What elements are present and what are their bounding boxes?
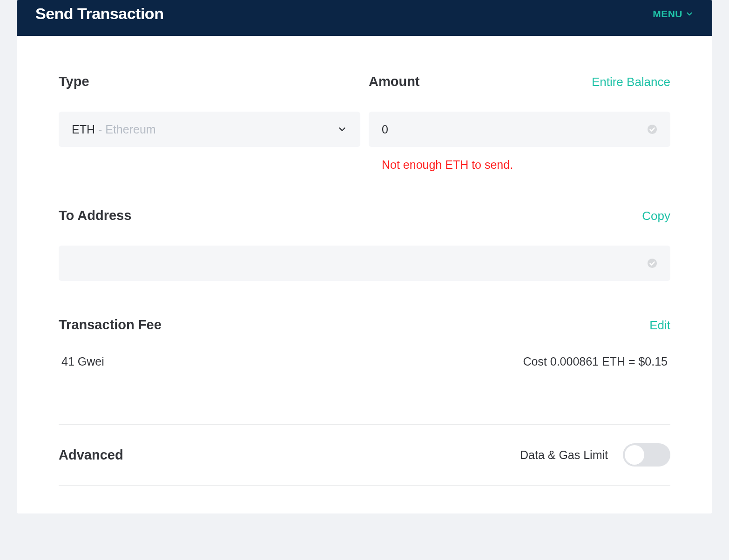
to-address-label: To Address (59, 208, 131, 223)
amount-input-wrap (369, 112, 670, 147)
type-name: - Ethereum (98, 123, 156, 136)
fee-gwei: 41 Gwei (61, 355, 104, 368)
data-gas-limit-label: Data & Gas Limit (520, 448, 608, 462)
check-circle-icon (647, 258, 657, 268)
chevron-down-icon (337, 124, 347, 134)
check-circle-icon (647, 124, 657, 134)
type-symbol: ETH (72, 123, 95, 136)
type-select-value: ETH - Ethereum (72, 123, 156, 136)
menu-label: MENU (653, 8, 682, 20)
card-body: Type ETH - Ethereum Amount Entire Balanc… (17, 36, 712, 513)
edit-fee-link[interactable]: Edit (649, 318, 670, 333)
to-address-section: To Address Copy (59, 208, 670, 281)
type-select[interactable]: ETH - Ethereum (59, 112, 360, 147)
type-amount-row: Type ETH - Ethereum Amount Entire Balanc… (59, 74, 670, 172)
svg-point-1 (648, 259, 657, 268)
data-gas-limit-toggle[interactable] (623, 443, 670, 467)
amount-column: Amount Entire Balance Not enough ETH to … (369, 74, 670, 172)
transaction-fee-section: Transaction Fee Edit 41 Gwei Cost 0.0008… (59, 317, 670, 368)
send-transaction-card: Send Transaction MENU Type ETH - Ethereu… (17, 0, 712, 513)
amount-label: Amount (369, 74, 420, 89)
fee-cost: Cost 0.000861 ETH = $0.15 (523, 355, 668, 368)
to-address-input[interactable] (72, 257, 647, 270)
card-header: Send Transaction MENU (17, 0, 712, 36)
type-column: Type ETH - Ethereum (59, 74, 360, 172)
amount-error: Not enough ETH to send. (382, 158, 670, 172)
transaction-fee-label: Transaction Fee (59, 317, 162, 333)
chevron-down-icon (685, 10, 694, 18)
to-address-input-wrap (59, 246, 670, 281)
advanced-label: Advanced (59, 447, 123, 463)
svg-point-0 (648, 125, 657, 134)
entire-balance-link[interactable]: Entire Balance (592, 75, 670, 89)
advanced-section: Advanced Data & Gas Limit (59, 425, 670, 486)
toggle-knob (625, 445, 644, 465)
page-title: Send Transaction (35, 5, 163, 23)
amount-input[interactable] (382, 123, 647, 136)
advanced-right: Data & Gas Limit (520, 443, 670, 467)
menu-button[interactable]: MENU (653, 8, 694, 20)
copy-link[interactable]: Copy (642, 209, 670, 223)
type-label: Type (59, 74, 89, 89)
fee-row: 41 Gwei Cost 0.000861 ETH = $0.15 (59, 355, 670, 368)
